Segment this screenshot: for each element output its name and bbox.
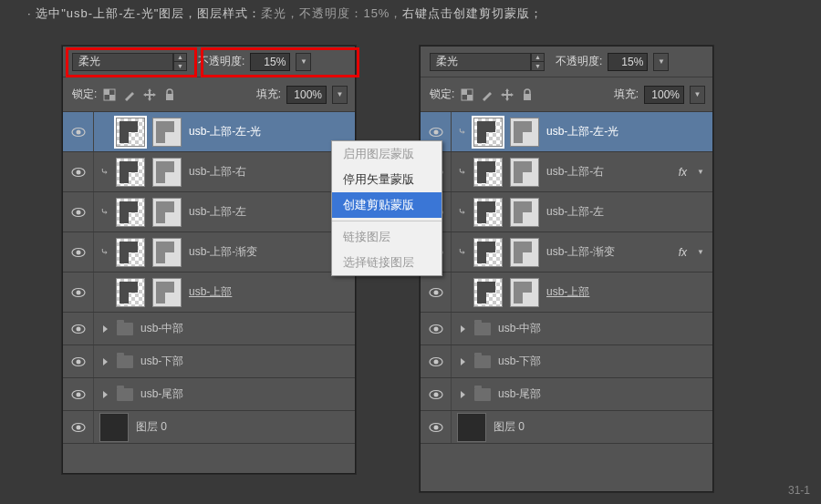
layer-thumbnail[interactable] [116, 278, 145, 307]
disclosure-triangle-icon[interactable] [461, 325, 465, 333]
layer-name[interactable]: usb-上部-渐变 [546, 244, 615, 260]
menu-item[interactable]: 创建剪贴蒙版 [332, 192, 442, 218]
vector-mask-thumbnail[interactable] [152, 198, 182, 227]
layer-name[interactable]: usb-尾部 [498, 386, 541, 402]
disclosure-triangle-icon[interactable] [461, 391, 465, 398]
fill-input[interactable]: 100% [286, 86, 327, 104]
layer-row[interactable]: 图层 0 [421, 411, 712, 444]
layer-row[interactable]: usb-中部 [421, 313, 712, 345]
layer-row[interactable]: ⤷usb-上部-右 [63, 152, 355, 192]
visibility-toggle[interactable] [63, 232, 94, 272]
layer-row[interactable]: usb-上部 [63, 273, 355, 313]
disclosure-triangle-icon[interactable] [461, 358, 465, 365]
visibility-toggle[interactable] [63, 152, 94, 191]
layer-row[interactable]: usb-中部 [63, 313, 355, 345]
fill-dropdown[interactable]: ▼ [332, 86, 348, 104]
visibility-toggle[interactable] [63, 112, 94, 151]
fx-expand-icon[interactable]: ▼ [694, 168, 707, 176]
fill-dropdown[interactable]: ▼ [690, 86, 705, 104]
fx-badge[interactable]: fx [679, 246, 687, 259]
opacity-dropdown[interactable]: ▼ [653, 53, 669, 71]
layer-name[interactable]: usb-上部-左-光 [189, 124, 261, 139]
vector-mask-thumbnail[interactable] [510, 238, 539, 267]
disclosure-triangle-icon[interactable] [103, 325, 108, 333]
layer-name[interactable]: 图层 0 [136, 419, 167, 435]
visibility-toggle[interactable] [421, 345, 452, 377]
layer-thumbnail[interactable] [457, 413, 486, 442]
layer-thumbnail[interactable] [473, 118, 503, 147]
visibility-toggle[interactable] [63, 273, 94, 312]
visibility-toggle[interactable] [421, 273, 452, 312]
vector-mask-thumbnail[interactable] [152, 278, 182, 307]
layer-row[interactable]: usb-尾部 [63, 378, 355, 411]
visibility-toggle[interactable] [63, 411, 94, 443]
disclosure-triangle-icon[interactable] [103, 391, 108, 398]
layer-row[interactable]: ⤷usb-上部-右fx▼ [421, 152, 712, 192]
layer-name[interactable]: usb-上部-右 [546, 164, 604, 180]
visibility-toggle[interactable] [63, 192, 94, 231]
fx-expand-icon[interactable]: ▼ [694, 248, 707, 256]
lock-move-icon[interactable] [500, 87, 514, 102]
layer-thumbnail[interactable] [473, 158, 503, 187]
layer-row[interactable]: ⤷usb-上部-左 [421, 192, 712, 232]
layer-row[interactable]: usb-上部-左-光 [63, 112, 355, 152]
visibility-toggle[interactable] [63, 378, 94, 410]
layer-row[interactable]: usb-下部 [421, 345, 712, 378]
layer-name[interactable]: usb-上部-渐变 [189, 244, 257, 260]
layer-thumbnail[interactable] [99, 413, 129, 442]
visibility-toggle[interactable] [63, 313, 94, 345]
vector-mask-thumbnail[interactable] [152, 158, 182, 187]
layer-name[interactable]: usb-上部-左 [189, 204, 246, 220]
visibility-toggle[interactable] [63, 345, 94, 377]
layer-name[interactable]: usb-下部 [140, 354, 183, 369]
layer-thumbnail[interactable] [116, 118, 145, 147]
visibility-toggle[interactable] [421, 313, 452, 345]
layer-name[interactable]: usb-上部 [546, 284, 589, 300]
layer-thumbnail[interactable] [116, 238, 145, 267]
layer-thumbnail[interactable] [116, 158, 145, 187]
visibility-toggle[interactable] [421, 378, 452, 410]
lock-transparent-icon[interactable] [460, 87, 474, 102]
layer-name[interactable]: 图层 0 [494, 419, 525, 435]
layer-row[interactable]: usb-下部 [63, 345, 355, 378]
vector-mask-thumbnail[interactable] [510, 198, 539, 227]
layer-thumbnail[interactable] [473, 278, 503, 307]
layer-row[interactable]: ⤷usb-上部-左-光 [421, 112, 712, 152]
layer-name[interactable]: usb-尾部 [140, 386, 183, 402]
vector-mask-thumbnail[interactable] [510, 158, 539, 187]
layer-name[interactable]: usb-上部-左 [546, 204, 604, 220]
blend-mode-stepper[interactable]: ▲▼ [531, 53, 545, 71]
layer-row[interactable]: usb-上部 [421, 273, 712, 313]
layer-row[interactable]: ⤷usb-上部-左 [63, 192, 355, 232]
layer-thumbnail[interactable] [473, 238, 503, 267]
layer-name[interactable]: usb-上部-左-光 [546, 124, 618, 139]
layer-name[interactable]: usb-下部 [498, 354, 541, 369]
fill-input[interactable]: 100% [644, 86, 684, 104]
blend-mode-select[interactable]: 柔光 ▲▼ [430, 53, 545, 71]
layer-row[interactable]: usb-尾部 [421, 378, 712, 411]
layer-name[interactable]: usb-上部 [189, 284, 232, 300]
opacity-input[interactable]: 15% [608, 53, 648, 71]
visibility-toggle[interactable] [421, 411, 452, 443]
vector-mask-thumbnail[interactable] [152, 118, 182, 147]
lock-transparent-icon[interactable] [102, 87, 117, 102]
lock-all-icon[interactable] [520, 87, 535, 102]
layer-name[interactable]: usb-上部-右 [189, 164, 246, 180]
layer-thumbnail[interactable] [473, 198, 503, 227]
lock-brush-icon[interactable] [122, 87, 137, 102]
lock-brush-icon[interactable] [480, 87, 494, 102]
vector-mask-thumbnail[interactable] [152, 238, 182, 267]
lock-all-icon[interactable] [162, 87, 177, 102]
layer-thumbnail[interactable] [116, 198, 145, 227]
fx-badge[interactable]: fx [679, 166, 687, 179]
layer-row[interactable]: ⤷usb-上部-渐变fx▼ [421, 232, 712, 273]
menu-item[interactable]: 停用矢量蒙版 [332, 167, 442, 192]
vector-mask-thumbnail[interactable] [510, 278, 539, 307]
layer-row[interactable]: 图层 0 [63, 411, 355, 444]
lock-move-icon[interactable] [142, 87, 157, 102]
layer-name[interactable]: usb-中部 [140, 321, 183, 336]
vector-mask-thumbnail[interactable] [510, 118, 539, 147]
disclosure-triangle-icon[interactable] [103, 358, 108, 365]
layer-row[interactable]: ⤷usb-上部-渐变 [63, 232, 355, 273]
layer-name[interactable]: usb-中部 [498, 321, 541, 336]
